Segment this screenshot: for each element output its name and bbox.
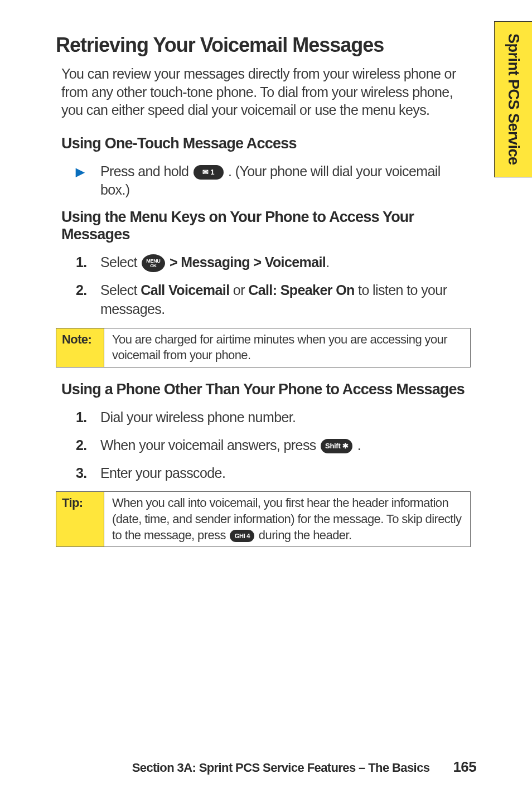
step-body: Press and hold ✉ 1 . (Your phone will di… <box>100 162 465 200</box>
page-content: Retrieving Your Voicemail Messages You c… <box>0 0 532 547</box>
step-one-touch: ▶ Press and hold ✉ 1 . (Your phone will … <box>76 162 465 200</box>
text: When your voicemail answers, press <box>100 437 320 453</box>
text: during the header. <box>255 528 351 542</box>
footer-section-title: Section 3A: Sprint PCS Service Features … <box>132 761 430 775</box>
text: Press and hold <box>100 163 192 179</box>
step-menukeys-1: 1. Select MENUOK > Messaging > Voicemail… <box>76 253 465 272</box>
tip-callout: Tip: When you call into voicemail, you f… <box>56 491 471 547</box>
side-tab: Sprint PCS Service <box>494 21 532 177</box>
step-number: 3. <box>76 464 100 483</box>
step-number: 1. <box>76 253 100 272</box>
bold-option: Call Voicemail <box>141 282 229 298</box>
step-number: 1. <box>76 408 100 427</box>
step-body: Select MENUOK > Messaging > Voicemail. <box>100 253 465 272</box>
key-4-icon: GHI 4 <box>230 530 254 542</box>
step-menukeys-2: 2. Select Call Voicemail or Call: Speake… <box>76 281 465 319</box>
text: . <box>326 254 329 270</box>
heading-other-phone: Using a Phone Other Than Your Phone to A… <box>61 381 465 398</box>
text: Select <box>100 254 141 270</box>
step-number: 2. <box>76 436 100 455</box>
tip-label: Tip: <box>56 492 104 546</box>
step-body: When your voicemail answers, press Shift… <box>100 436 465 455</box>
page-title: Retrieving Your Voicemail Messages <box>56 33 471 57</box>
tip-body: When you call into voicemail, you first … <box>104 492 470 546</box>
ok-label: OK <box>150 264 156 268</box>
step-other-2: 2. When your voicemail answers, press Sh… <box>76 436 465 455</box>
note-callout: Note: You are charged for airtime minute… <box>56 328 471 367</box>
footer-page-number: 165 <box>453 758 476 776</box>
menu-ok-key-icon: MENUOK <box>142 254 165 272</box>
bold-path: > Messaging > Voicemail <box>166 254 326 270</box>
text: Select <box>100 282 141 298</box>
step-number: 2. <box>76 281 100 300</box>
step-other-1: 1. Dial your wireless phone number. <box>76 408 465 427</box>
triangle-bullet-icon: ▶ <box>76 162 100 180</box>
note-label: Note: <box>56 328 104 367</box>
step-body: Dial your wireless phone number. <box>100 408 465 427</box>
page-footer: Section 3A: Sprint PCS Service Features … <box>0 758 532 776</box>
step-other-3: 3. Enter your passcode. <box>76 464 465 483</box>
heading-menu-keys: Using the Menu Keys on Your Phone to Acc… <box>61 209 465 243</box>
key-1-icon: ✉ 1 <box>194 165 224 180</box>
step-body: Select Call Voicemail or Call: Speaker O… <box>100 281 465 319</box>
heading-one-touch: Using One-Touch Message Access <box>61 135 465 152</box>
note-body: You are charged for airtime minutes when… <box>104 328 470 367</box>
step-body: Enter your passcode. <box>100 464 465 483</box>
intro-paragraph: You can review your messages directly fr… <box>61 65 465 119</box>
text: . <box>354 437 361 453</box>
key-shift-star-icon: Shift ✱ <box>321 439 352 453</box>
bold-option: Call: Speaker On <box>248 282 354 298</box>
text: or <box>230 282 249 298</box>
side-tab-label: Sprint PCS Service <box>505 33 522 165</box>
